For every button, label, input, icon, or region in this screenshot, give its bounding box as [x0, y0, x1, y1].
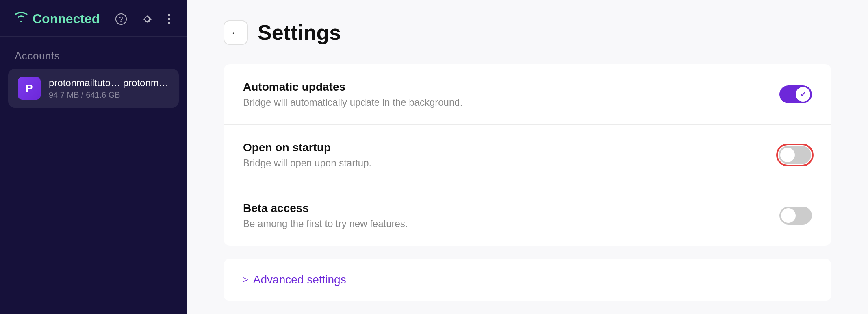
toggle-beta-access[interactable]: [779, 207, 812, 225]
setting-beta-access: Beta access Be among the first to try ne…: [224, 185, 831, 246]
setting-desc-beta-access: Be among the first to try new features.: [243, 218, 408, 229]
page-title: Settings: [258, 20, 341, 45]
setting-text-beta-access: Beta access Be among the first to try ne…: [243, 202, 408, 229]
setting-text-automatic-updates: Automatic updates Bridge will automatica…: [243, 81, 462, 108]
checkmark-icon: ✓: [800, 90, 806, 99]
help-button[interactable]: ?: [114, 12, 128, 26]
sidebar-header: Connected ?: [0, 0, 187, 37]
svg-point-4: [168, 22, 170, 24]
wifi-icon: [15, 11, 28, 26]
accounts-section-title: Accounts: [0, 37, 187, 69]
settings-header: ← Settings: [224, 20, 831, 45]
header-icons: ?: [114, 12, 172, 26]
svg-point-3: [168, 18, 170, 20]
settings-list: Automatic updates Bridge will automatica…: [224, 64, 831, 246]
connected-text: Connected: [33, 11, 100, 26]
toggle-knob-automatic-updates: ✓: [796, 87, 810, 102]
toggle-knob-beta-access: [781, 208, 796, 223]
toggle-wrapper-beta-access: [779, 207, 812, 225]
advanced-settings-label: Advanced settings: [253, 273, 346, 286]
account-email: protonmailtuto… protonmail.com: [49, 77, 169, 89]
toggle-wrapper-open-on-startup: [778, 145, 812, 165]
account-storage: 94.7 MB / 641.6 GB: [49, 90, 169, 100]
setting-open-on-startup: Open on startup Bridge will open upon st…: [224, 125, 831, 185]
main-content: ← Settings Automatic updates Bridge will…: [187, 0, 868, 314]
setting-text-open-on-startup: Open on startup Bridge will open upon st…: [243, 141, 371, 169]
account-info: protonmailtuto… protonmail.com 94.7 MB /…: [49, 77, 169, 100]
settings-button[interactable]: [140, 12, 154, 26]
setting-desc-open-on-startup: Bridge will open upon startup.: [243, 157, 371, 169]
toggle-open-on-startup[interactable]: [779, 146, 811, 164]
account-card[interactable]: P protonmailtuto… protonmail.com 94.7 MB…: [8, 69, 179, 108]
toggle-automatic-updates[interactable]: ✓: [779, 85, 812, 103]
avatar: P: [18, 77, 41, 100]
toggle-wrapper-automatic-updates: ✓: [779, 85, 812, 103]
sidebar: Connected ? Accoun: [0, 0, 187, 314]
setting-name-beta-access: Beta access: [243, 202, 408, 215]
setting-desc-automatic-updates: Bridge will automatically update in the …: [243, 97, 462, 108]
svg-text:?: ?: [119, 16, 123, 23]
advanced-settings-button[interactable]: > Advanced settings: [224, 259, 831, 301]
setting-automatic-updates: Automatic updates Bridge will automatica…: [224, 64, 831, 125]
svg-point-2: [168, 14, 170, 16]
setting-name-automatic-updates: Automatic updates: [243, 81, 462, 94]
connected-status: Connected: [15, 11, 100, 26]
setting-name-open-on-startup: Open on startup: [243, 141, 371, 154]
more-button[interactable]: [166, 12, 172, 26]
toggle-knob-open-on-startup: [780, 148, 795, 162]
back-button[interactable]: ←: [224, 20, 248, 45]
chevron-icon: >: [243, 275, 248, 285]
back-icon: ←: [230, 26, 241, 39]
